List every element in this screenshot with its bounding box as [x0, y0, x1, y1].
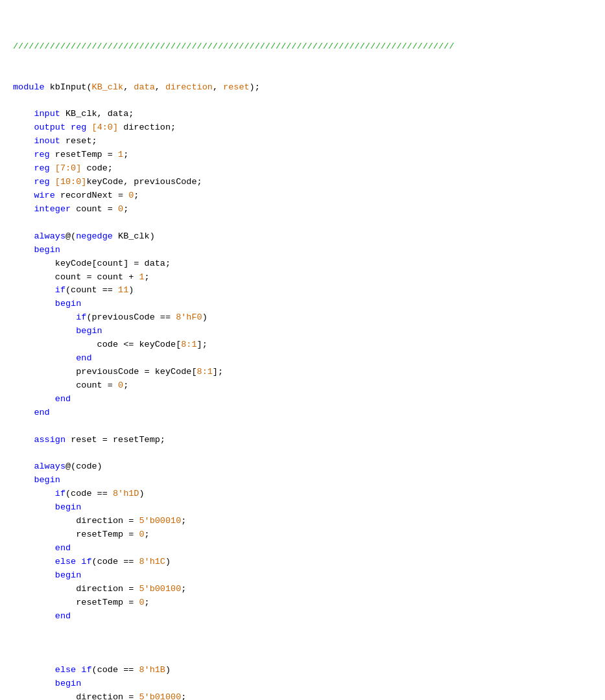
code-line: end — [13, 393, 592, 406]
code-line: wire recordNext = 0; — [13, 189, 592, 203]
code-line: direction = 5'b01000; — [13, 691, 592, 700]
code-line: inout reset; — [13, 135, 592, 148]
code-line: direction = 5'b00100; — [13, 583, 592, 596]
code-line: end — [13, 406, 592, 420]
code-line: end — [13, 610, 592, 624]
code-line: keyCode[count] = data; — [13, 257, 592, 271]
code-line: begin — [13, 325, 592, 338]
code-line: count = 0; — [13, 379, 592, 393]
code-line — [13, 623, 592, 636]
code-line — [13, 420, 592, 434]
code-line: assign reset = resetTemp; — [13, 434, 592, 447]
code-line — [13, 95, 592, 108]
divider-top: ////////////////////////////////////////… — [13, 40, 592, 54]
code-line — [13, 650, 592, 664]
code-line: code <= keyCode[8:1]; — [13, 338, 592, 352]
code-line: else if(code == 8'h1B) — [13, 664, 592, 677]
code-line: begin — [13, 298, 592, 311]
code-line: else if(code == 8'h1C) — [13, 555, 592, 569]
code-line: end — [13, 352, 592, 366]
code-line: always@(code) — [13, 460, 592, 474]
code-line: count = count + 1; — [13, 271, 592, 285]
code-line: resetTemp = 0; — [13, 528, 592, 542]
code-line: always@(negedge KB_clk) — [13, 230, 592, 244]
code-line: integer count = 0; — [13, 203, 592, 216]
code-line: previousCode = keyCode[8:1]; — [13, 366, 592, 379]
code-line: begin — [13, 474, 592, 487]
code-editor: ////////////////////////////////////////… — [13, 13, 592, 700]
code-line — [13, 636, 592, 650]
code-line: module kbInput(KB_clk, data, direction, … — [13, 81, 592, 95]
code-line: input KB_clk, data; — [13, 108, 592, 121]
code-line: end — [13, 542, 592, 555]
code-line: resetTemp = 0; — [13, 596, 592, 610]
code-line: if(count == 11) — [13, 284, 592, 298]
code-line: begin — [13, 569, 592, 583]
code-line — [13, 447, 592, 461]
code-line: reg resetTemp = 1; — [13, 148, 592, 162]
code-line — [13, 216, 592, 230]
code-line: direction = 5'b00010; — [13, 515, 592, 528]
code-line: reg [10:0]keyCode, previousCode; — [13, 176, 592, 189]
code-line: if(previousCode == 8'hF0) — [13, 311, 592, 325]
code-line: reg [7:0] code; — [13, 162, 592, 176]
code-line: if(code == 8'h1D) — [13, 487, 592, 501]
code-line: begin — [13, 244, 592, 257]
code-line: begin — [13, 677, 592, 691]
code-line: begin — [13, 501, 592, 515]
code-line: output reg [4:0] direction; — [13, 121, 592, 135]
